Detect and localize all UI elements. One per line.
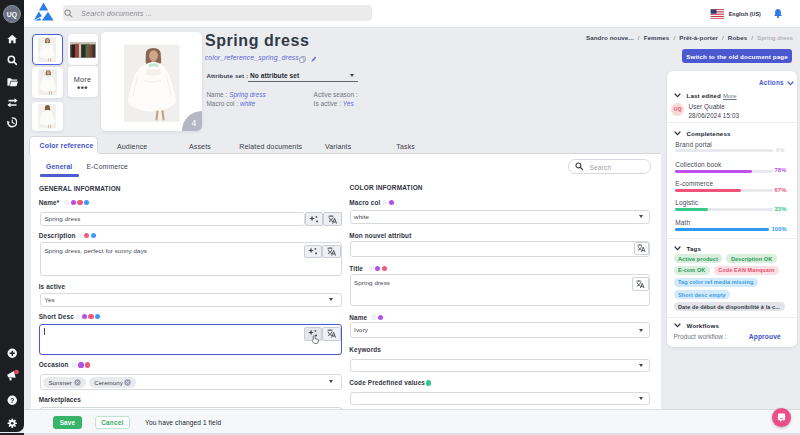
svg-text:4: 4 xyxy=(191,118,196,128)
svg-text:?: ? xyxy=(10,397,14,404)
